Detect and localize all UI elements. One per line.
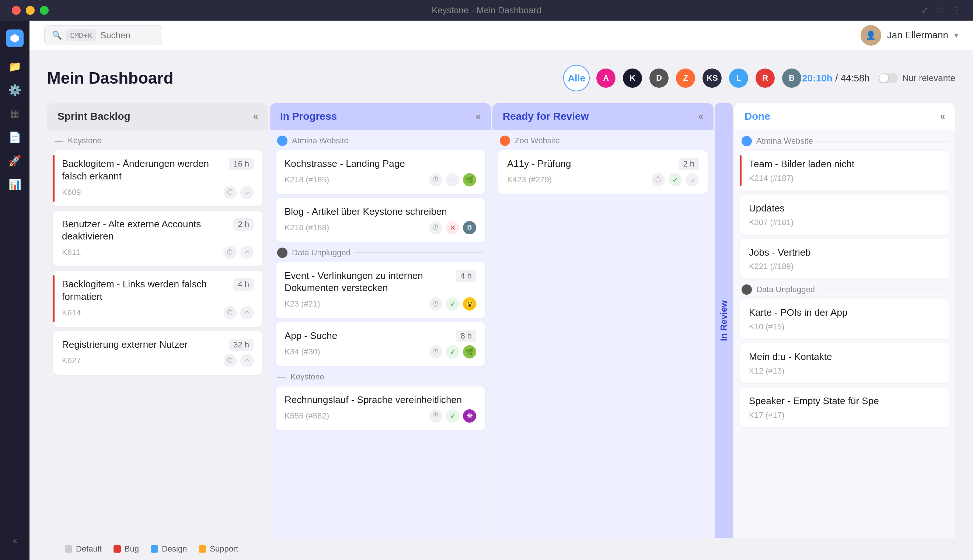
card-id: K555 (#582) bbox=[285, 411, 329, 421]
card-action-clock[interactable]: ⏱ bbox=[429, 345, 442, 358]
inprogress-collapse[interactable]: « bbox=[476, 111, 481, 122]
inprogress-group-dataunplugged: Data Unplugged bbox=[276, 248, 485, 258]
card-k216[interactable]: Blog - Artikel über Keystone schreiben K… bbox=[276, 198, 485, 242]
card-k609[interactable]: Backlogitem - Änderungen werden falsch e… bbox=[53, 150, 262, 206]
card-action-clock[interactable]: ⏱ bbox=[224, 306, 237, 319]
card-action-clock[interactable]: ⏱ bbox=[652, 173, 665, 187]
time-separator: / bbox=[835, 73, 840, 83]
inprogress-section-keystone: — Keystone Rechnungslauf - Sprache verei… bbox=[276, 372, 485, 430]
group-dot-dataunplugged bbox=[741, 284, 752, 295]
main-content: 🔍 CMD+K 👤 Jan Ellermann ▾ Mein Dashboard… bbox=[30, 21, 973, 560]
sidebar-collapse[interactable]: « bbox=[4, 530, 25, 551]
search-icon: 🔍 bbox=[52, 31, 62, 40]
maximize-button[interactable] bbox=[40, 6, 48, 15]
card-k423[interactable]: A11y - Prüfung 2 h K423 (#279) ⏱ ✓ ○ bbox=[498, 150, 708, 194]
restore-icon[interactable]: ⧉ bbox=[937, 5, 943, 15]
card-k218[interactable]: Kochstrasse - Landing Page K218 (#185) ⏱… bbox=[276, 150, 485, 194]
sidebar-item-rocket[interactable]: 🚀 bbox=[4, 150, 25, 171]
card-action-clock[interactable]: ⏱ bbox=[224, 354, 237, 367]
card-action-check[interactable]: ○ bbox=[240, 306, 254, 319]
card-top: Registrierung externer Nutzer 32 h bbox=[62, 338, 254, 351]
filter-pill-7[interactable]: R bbox=[755, 68, 776, 88]
card-bottom: K34 (#30) ⏱ ✓ 🌿 bbox=[285, 345, 476, 358]
card-action-check-green[interactable]: ✓ bbox=[446, 345, 459, 358]
search-input[interactable] bbox=[100, 30, 210, 40]
backlog-collapse[interactable]: « bbox=[253, 111, 258, 122]
folder-icon: 📁 bbox=[8, 60, 22, 73]
sidebar-item-kanban[interactable]: ▦ bbox=[4, 103, 25, 124]
menu-icon[interactable]: ⋮ bbox=[952, 5, 961, 15]
card-k10[interactable]: Karte - POIs in der App K10 (#15) bbox=[740, 299, 950, 339]
section-divider bbox=[353, 141, 484, 141]
card-k221[interactable]: Jobs - Vertrieb K221 (#189) bbox=[740, 239, 950, 279]
card-action-x[interactable]: ✕ bbox=[446, 221, 459, 234]
sidebar-item-document[interactable]: 📄 bbox=[4, 127, 25, 147]
card-title: Jobs - Vertrieb bbox=[749, 247, 817, 258]
column-inreview-collapsed[interactable]: In Review bbox=[715, 103, 733, 538]
card-action-check-green[interactable]: ✓ bbox=[446, 297, 459, 311]
card-top: Backlogitem - Links werden falsch format… bbox=[62, 278, 254, 303]
minimize-button[interactable] bbox=[26, 6, 35, 15]
review-collapse[interactable]: « bbox=[698, 111, 703, 122]
sidebar-item-table[interactable]: 📊 bbox=[4, 174, 25, 195]
card-k17[interactable]: Speaker - Empty State für Spe K17 (#17) bbox=[740, 388, 950, 427]
filter-pill-2[interactable]: K bbox=[622, 68, 643, 88]
zoom-icon[interactable]: ⤢ bbox=[921, 5, 928, 15]
card-action-clock[interactable]: ⏱ bbox=[429, 221, 442, 234]
card-hours: 32 h bbox=[229, 338, 254, 351]
card-title: Kochstrasse - Landing Page bbox=[285, 158, 476, 170]
card-action-minus[interactable]: — bbox=[446, 173, 459, 187]
user-chevron-icon[interactable]: ▾ bbox=[954, 31, 958, 40]
filter-pill-1[interactable]: A bbox=[596, 68, 616, 88]
filter-pill-8[interactable]: B bbox=[781, 68, 802, 88]
card-hours: 8 h bbox=[456, 330, 476, 342]
card-action-check-green[interactable]: ✓ bbox=[446, 409, 459, 423]
sidebar-item-settings[interactable]: ⚙️ bbox=[4, 80, 25, 100]
card-action-check[interactable]: ○ bbox=[240, 354, 254, 367]
filter-pill-4[interactable]: Z bbox=[675, 68, 696, 88]
close-button[interactable] bbox=[12, 6, 21, 15]
card-id: K214 (#187) bbox=[749, 173, 793, 183]
filter-pill-6[interactable]: L bbox=[728, 68, 749, 88]
card-action-more[interactable]: ○ bbox=[686, 173, 699, 187]
card-k611[interactable]: Benutzer - Alte externe Accounts deaktiv… bbox=[53, 211, 262, 267]
search-box[interactable]: 🔍 CMD+K bbox=[44, 25, 162, 45]
relevance-toggle[interactable] bbox=[879, 73, 898, 83]
card-action-check[interactable]: ○ bbox=[240, 186, 254, 199]
card-top: Event - Verlinkungen zu internen Dokumen… bbox=[285, 270, 476, 295]
card-action-clock[interactable]: ⏱ bbox=[224, 246, 237, 259]
sidebar-item-folder[interactable]: 📁 bbox=[4, 56, 25, 77]
card-avatar: 🌿 bbox=[463, 345, 476, 358]
logo-icon bbox=[10, 33, 20, 43]
card-k34[interactable]: App - Suche 8 h K34 (#30) ⏱ ✓ 🌿 bbox=[276, 322, 485, 366]
filter-pill-3[interactable]: D bbox=[649, 68, 669, 88]
card-title: A11y - Prüfung bbox=[507, 158, 679, 170]
card-action-clock[interactable]: ⏱ bbox=[224, 186, 237, 199]
card-avatar: 😮 bbox=[463, 297, 476, 311]
filter-circle-3: D bbox=[649, 68, 669, 88]
card-k23[interactable]: Event - Verlinkungen zu internen Dokumen… bbox=[276, 262, 485, 318]
card-action-check-green[interactable]: ✓ bbox=[669, 173, 682, 187]
card-action-clock[interactable]: ⏱ bbox=[429, 173, 442, 187]
card-action-check[interactable]: ○ bbox=[240, 246, 254, 259]
filter-circle-4: Z bbox=[676, 68, 695, 88]
card-k207[interactable]: Updates K207 (#181) bbox=[740, 195, 950, 235]
filter-circle-6: L bbox=[729, 68, 748, 88]
card-k214[interactable]: Team - Bilder laden nicht K214 (#187) bbox=[740, 151, 950, 190]
app-logo[interactable] bbox=[6, 30, 23, 47]
legend-default: Default bbox=[65, 544, 102, 554]
card-bottom: K10 (#15) bbox=[749, 322, 941, 332]
legend-label-bug: Bug bbox=[125, 544, 139, 554]
filter-all[interactable]: Alle bbox=[563, 65, 590, 92]
card-action-clock[interactable]: ⏱ bbox=[429, 409, 442, 423]
card-k12[interactable]: Mein d:u - Kontakte K12 (#13) bbox=[740, 343, 950, 383]
card-action-clock[interactable]: ⏱ bbox=[429, 297, 442, 311]
filter-pill-5[interactable]: KS bbox=[702, 68, 723, 88]
card-k627[interactable]: Registrierung externer Nutzer 32 h K627 … bbox=[53, 331, 262, 375]
done-collapse[interactable]: « bbox=[940, 111, 945, 122]
card-k614[interactable]: Backlogitem - Links werden falsch format… bbox=[53, 271, 262, 327]
card-k555[interactable]: Rechnungslauf - Sprache vereinheitlichen… bbox=[276, 387, 485, 430]
done-group-dataunplugged: Data Unplugged bbox=[740, 284, 950, 295]
svg-marker-0 bbox=[10, 34, 19, 42]
sidebar: 📁 ⚙️ ▦ 📄 🚀 📊 « bbox=[0, 21, 30, 560]
